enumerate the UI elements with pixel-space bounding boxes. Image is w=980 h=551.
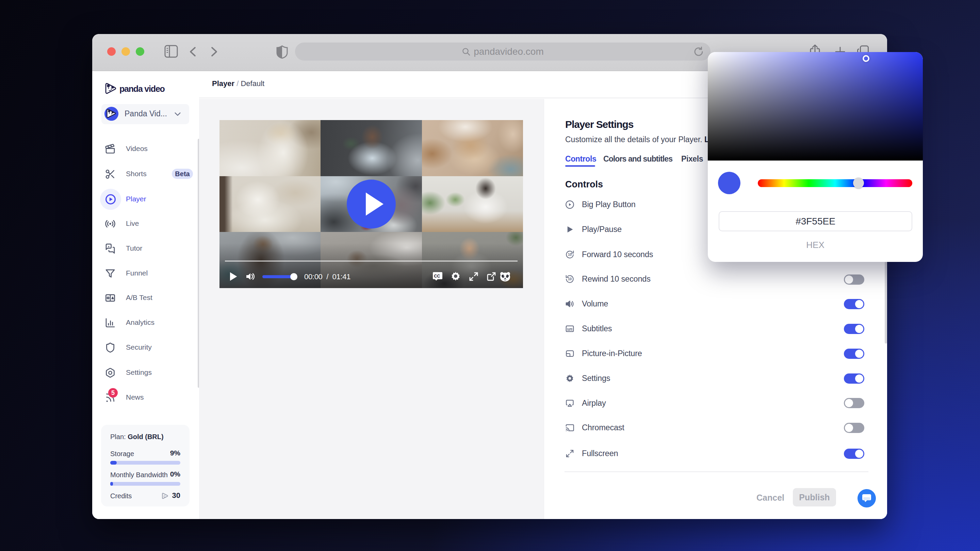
svg-text:10: 10 bbox=[568, 277, 572, 281]
svg-text:CC: CC bbox=[434, 274, 440, 279]
svg-text:C: C bbox=[164, 495, 166, 498]
svg-text:10: 10 bbox=[568, 253, 572, 256]
